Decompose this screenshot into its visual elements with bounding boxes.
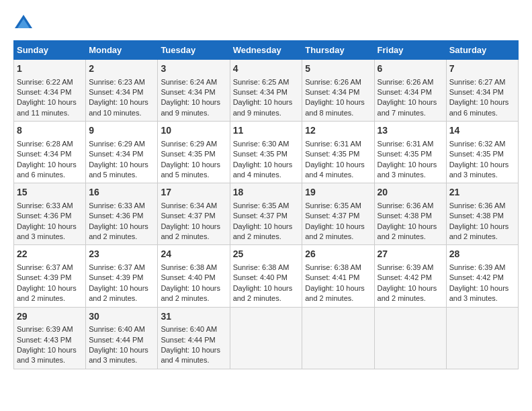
sunrise-label: Sunrise: 6:29 AM [89,140,145,148]
calendar-cell: 28Sunrise: 6:39 AMSunset: 4:42 PMDayligh… [446,245,518,307]
sunrise-label: Sunrise: 6:35 AM [233,201,290,210]
day-number: 21 [449,186,515,199]
calendar-cell: 9Sunrise: 6:29 AMSunset: 4:34 PMDaylight… [86,122,158,183]
daylight-label: Daylight: 10 hours and 6 minutes. [449,98,509,116]
calendar-table: SundayMondayTuesdayWednesdayThursdayFrid… [13,40,519,369]
sunset-label: Sunset: 4:38 PM [378,212,432,220]
daylight-label: Daylight: 10 hours and 3 minutes. [17,222,77,240]
calendar-day-header: Friday [374,41,446,60]
calendar-week-row: 1Sunrise: 6:22 AMSunset: 4:34 PMDaylight… [14,60,519,122]
calendar-day-header: Monday [86,41,158,60]
day-number: 2 [89,62,154,76]
sunrise-label: Sunrise: 6:25 AM [233,78,290,86]
calendar-cell: 31Sunrise: 6:40 AMSunset: 4:44 PMDayligh… [158,307,230,369]
sunset-label: Sunset: 4:36 PM [17,212,71,220]
sunrise-label: Sunrise: 6:39 AM [17,325,73,333]
calendar-cell: 3Sunrise: 6:24 AMSunset: 4:34 PMDaylight… [158,60,230,122]
calendar-cell: 21Sunrise: 6:36 AMSunset: 4:38 PMDayligh… [446,183,518,245]
sunrise-label: Sunrise: 6:40 AM [89,325,145,333]
sunset-label: Sunset: 4:34 PM [17,150,71,158]
day-number: 28 [449,248,515,261]
day-number: 11 [233,124,300,138]
sunset-label: Sunset: 4:42 PM [378,273,432,281]
sunset-label: Sunset: 4:39 PM [89,273,143,281]
sunset-label: Sunset: 4:34 PM [161,88,215,96]
sunrise-label: Sunrise: 6:40 AM [161,325,217,333]
day-number: 9 [89,124,154,138]
sunset-label: Sunset: 4:43 PM [17,336,71,344]
sunrise-label: Sunrise: 6:29 AM [161,140,217,148]
calendar-week-row: 22Sunrise: 6:37 AMSunset: 4:39 PMDayligh… [14,245,519,307]
daylight-label: Daylight: 10 hours and 2 minutes. [449,222,509,240]
daylight-label: Daylight: 10 hours and 2 minutes. [161,284,220,302]
sunset-label: Sunset: 4:35 PM [233,150,287,158]
day-number: 19 [305,186,371,199]
sunset-label: Sunset: 4:39 PM [17,273,71,281]
daylight-label: Daylight: 10 hours and 11 minutes. [17,98,77,116]
sunset-label: Sunset: 4:44 PM [161,336,215,344]
calendar-day-header: Thursday [302,41,374,60]
sunset-label: Sunset: 4:34 PM [305,88,359,96]
day-number: 29 [17,310,83,324]
sunrise-label: Sunrise: 6:32 AM [449,140,506,148]
sunrise-label: Sunrise: 6:22 AM [17,78,73,86]
day-number: 15 [17,186,83,199]
daylight-label: Daylight: 10 hours and 3 minutes. [17,346,77,364]
daylight-label: Daylight: 10 hours and 2 minutes. [89,284,148,302]
calendar-week-row: 29Sunrise: 6:39 AMSunset: 4:43 PMDayligh… [14,307,519,369]
day-number: 7 [449,62,515,76]
sunset-label: Sunset: 4:35 PM [305,150,359,158]
sunrise-label: Sunrise: 6:39 AM [449,263,506,271]
calendar-cell: 12Sunrise: 6:31 AMSunset: 4:35 PMDayligh… [302,122,374,183]
day-number: 27 [378,248,443,261]
calendar-cell: 5Sunrise: 6:26 AMSunset: 4:34 PMDaylight… [302,60,374,122]
calendar-cell [230,307,302,369]
calendar-cell: 25Sunrise: 6:38 AMSunset: 4:40 PMDayligh… [230,245,302,307]
calendar-cell: 4Sunrise: 6:25 AMSunset: 4:34 PMDaylight… [230,60,302,122]
sunrise-label: Sunrise: 6:38 AM [233,263,290,271]
daylight-label: Daylight: 10 hours and 5 minutes. [161,161,220,179]
sunset-label: Sunset: 4:37 PM [161,212,215,220]
calendar-cell: 27Sunrise: 6:39 AMSunset: 4:42 PMDayligh… [374,245,446,307]
calendar-cell: 15Sunrise: 6:33 AMSunset: 4:36 PMDayligh… [14,183,86,245]
calendar-cell: 7Sunrise: 6:27 AMSunset: 4:34 PMDaylight… [446,60,518,122]
sunrise-label: Sunrise: 6:23 AM [89,78,145,86]
sunrise-label: Sunrise: 6:27 AM [449,78,506,86]
sunset-label: Sunset: 4:41 PM [305,273,359,281]
calendar-cell: 23Sunrise: 6:37 AMSunset: 4:39 PMDayligh… [86,245,158,307]
day-number: 25 [233,248,300,261]
calendar-cell: 1Sunrise: 6:22 AMSunset: 4:34 PMDaylight… [14,60,86,122]
sunrise-label: Sunrise: 6:35 AM [305,201,361,210]
sunset-label: Sunset: 4:40 PM [161,273,215,281]
sunset-label: Sunset: 4:40 PM [233,273,287,281]
sunset-label: Sunset: 4:44 PM [89,336,143,344]
sunset-label: Sunset: 4:36 PM [89,212,143,220]
sunset-label: Sunset: 4:35 PM [378,150,432,158]
day-number: 23 [89,248,154,261]
day-number: 1 [17,62,83,76]
daylight-label: Daylight: 10 hours and 2 minutes. [161,222,220,240]
sunset-label: Sunset: 4:34 PM [89,150,143,158]
calendar-body: 1Sunrise: 6:22 AMSunset: 4:34 PMDaylight… [14,60,519,369]
daylight-label: Daylight: 10 hours and 9 minutes. [161,98,220,116]
day-number: 18 [233,186,300,199]
day-number: 30 [89,310,154,324]
sunset-label: Sunset: 4:34 PM [17,88,71,96]
day-number: 24 [161,248,226,261]
calendar-cell: 11Sunrise: 6:30 AMSunset: 4:35 PMDayligh… [230,122,302,183]
sunset-label: Sunset: 4:34 PM [89,88,143,96]
sunrise-label: Sunrise: 6:33 AM [89,201,145,210]
sunset-label: Sunset: 4:38 PM [449,212,504,220]
daylight-label: Daylight: 10 hours and 2 minutes. [233,222,293,240]
daylight-label: Daylight: 10 hours and 3 minutes. [449,161,509,179]
sunset-label: Sunset: 4:37 PM [233,212,287,220]
calendar-cell: 6Sunrise: 6:26 AMSunset: 4:34 PMDaylight… [374,60,446,122]
sunrise-label: Sunrise: 6:37 AM [17,263,73,271]
daylight-label: Daylight: 10 hours and 2 minutes. [305,222,365,240]
calendar-cell: 8Sunrise: 6:28 AMSunset: 4:34 PMDaylight… [14,122,86,183]
calendar-cell: 24Sunrise: 6:38 AMSunset: 4:40 PMDayligh… [158,245,230,307]
daylight-label: Daylight: 10 hours and 2 minutes. [378,222,437,240]
calendar-cell [446,307,518,369]
daylight-label: Daylight: 10 hours and 4 minutes. [305,161,365,179]
day-number: 22 [17,248,83,261]
